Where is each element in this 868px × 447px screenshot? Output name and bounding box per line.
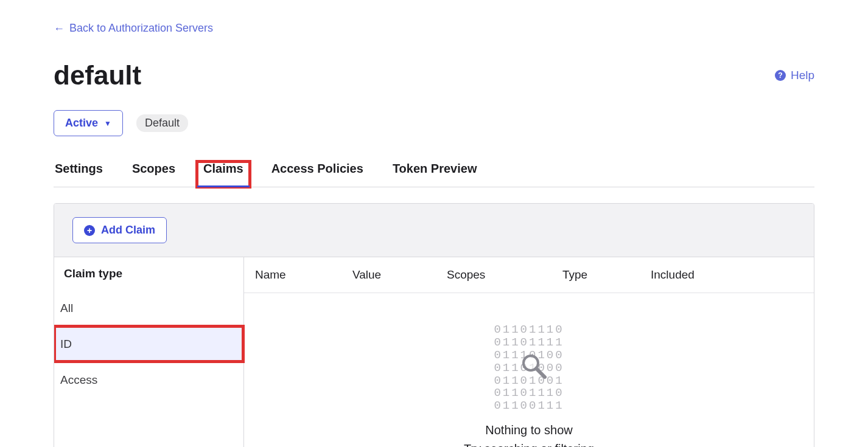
back-link-label: Back to Authorization Servers xyxy=(69,22,213,35)
chevron-down-icon: ▼ xyxy=(104,119,111,128)
add-claim-button[interactable]: + Add Claim xyxy=(72,217,167,243)
tab-token-preview[interactable]: Token Preview xyxy=(391,162,478,187)
sidebar-item-all[interactable]: All xyxy=(54,290,243,326)
tab-settings[interactable]: Settings xyxy=(54,162,104,187)
empty-subtitle: Try searching or filtering xyxy=(244,442,814,447)
sidebar-item-access[interactable]: Access xyxy=(54,362,243,398)
claims-table-area: Name Value Scopes Type Included 01101110… xyxy=(244,257,814,447)
col-included: Included xyxy=(651,268,803,282)
page-title: default xyxy=(54,60,141,91)
tab-scopes[interactable]: Scopes xyxy=(131,162,177,187)
claims-panel: + Add Claim Claim type All ID Access Nam… xyxy=(54,203,814,447)
empty-title: Nothing to show xyxy=(244,423,814,437)
tab-access-policies[interactable]: Access Policies xyxy=(270,162,365,187)
tab-claims[interactable]: Claims xyxy=(197,162,250,187)
help-icon: ? xyxy=(775,70,786,81)
empty-state: 01101110 01101111 01110100 01101000 0110… xyxy=(244,293,814,447)
col-name: Name xyxy=(255,268,352,282)
binary-line: 01101110 xyxy=(494,324,564,336)
tabs: Settings Scopes Claims Access Policies T… xyxy=(54,162,814,187)
status-dropdown[interactable]: Active ▼ xyxy=(54,110,123,136)
add-claim-label: Add Claim xyxy=(101,224,155,237)
claim-type-sidebar: Claim type All ID Access xyxy=(54,257,244,447)
binary-line: 01101000 xyxy=(494,362,564,375)
col-value: Value xyxy=(352,268,447,282)
plus-circle-icon: + xyxy=(84,225,95,236)
server-badge: Default xyxy=(136,114,188,132)
binary-line: 01101001 xyxy=(494,375,564,387)
col-scopes: Scopes xyxy=(447,268,562,282)
binary-line: 01101111 xyxy=(494,336,564,349)
table-header: Name Value Scopes Type Included xyxy=(244,257,814,293)
arrow-left-icon: ← xyxy=(54,23,65,34)
toolbar: + Add Claim xyxy=(54,204,814,257)
help-label: Help xyxy=(791,69,814,82)
help-link[interactable]: ? Help xyxy=(775,69,814,82)
sidebar-header: Claim type xyxy=(54,257,243,290)
binary-art: 01101110 01101111 01110100 01101000 0110… xyxy=(494,324,564,412)
binary-line: 01101110 xyxy=(494,387,564,400)
status-selected: Active xyxy=(65,117,98,130)
col-type: Type xyxy=(562,268,651,282)
binary-line: 01100111 xyxy=(494,400,564,412)
back-link[interactable]: ← Back to Authorization Servers xyxy=(54,22,213,35)
sidebar-item-id[interactable]: ID xyxy=(54,326,243,362)
binary-line: 01110100 xyxy=(494,349,564,362)
